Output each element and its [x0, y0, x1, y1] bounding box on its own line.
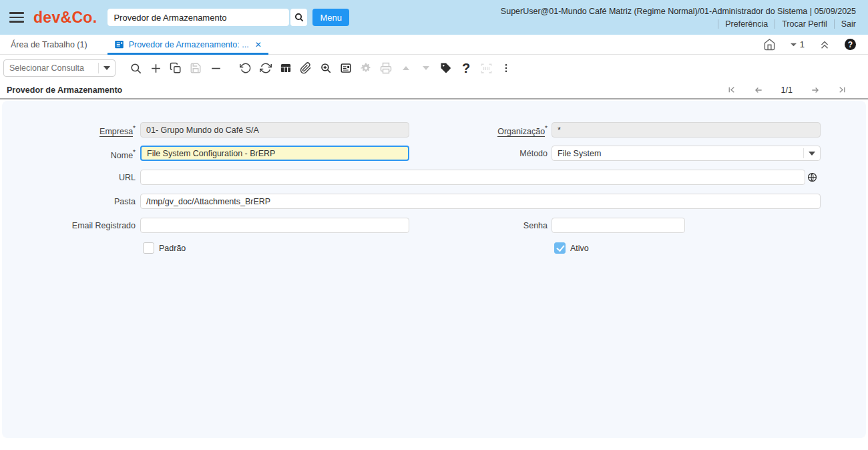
email-registrado-field[interactable] [140, 218, 409, 233]
nome-label: Nome* [2, 149, 136, 160]
undo-button[interactable] [236, 58, 256, 78]
search-icon [130, 62, 142, 75]
home-icon[interactable] [763, 38, 776, 51]
query-dropdown-arrow-icon[interactable] [99, 66, 115, 70]
metodo-value: File System [552, 149, 803, 158]
url-label: URL [2, 173, 136, 182]
save-button [186, 58, 206, 78]
record-navigation: 1/1 [727, 85, 861, 95]
page-title: Provedor de Armazenamento [7, 85, 122, 95]
search-button[interactable] [290, 9, 307, 26]
gear-icon [360, 62, 372, 74]
copy-icon [170, 62, 182, 74]
metodo-combobox[interactable]: File System [552, 146, 821, 161]
globe-icon[interactable] [807, 172, 817, 182]
email-registrado-label: Email Registrado [2, 221, 136, 230]
grid-toggle-button[interactable] [276, 58, 296, 78]
find-record-button[interactable] [126, 58, 146, 78]
barcode-scan-icon [480, 62, 493, 75]
print-button [376, 58, 396, 78]
pasta-label: Pasta [2, 197, 136, 206]
copy-record-button[interactable] [166, 58, 186, 78]
detail-record-button [416, 58, 436, 78]
preferences-link[interactable]: Preferência [718, 19, 775, 29]
search-icon [294, 12, 304, 23]
save-icon [190, 62, 202, 74]
pasta-field[interactable] [140, 194, 821, 209]
delete-record-button[interactable] [206, 58, 226, 78]
logout-link[interactable]: Sair [835, 19, 856, 29]
empresa-field [140, 122, 409, 138]
app-logo: dev&Co. [33, 9, 97, 27]
window-help-button[interactable]: ? [456, 58, 476, 78]
kebab-menu-icon [501, 63, 511, 73]
caret-up-icon [401, 63, 411, 73]
plus-icon [150, 62, 162, 75]
form-panel: Empresa* Organização* Nome* Método File … [2, 101, 866, 438]
scan-barcode-button [476, 58, 496, 78]
zoom-in-icon [320, 62, 332, 74]
url-field[interactable] [140, 170, 805, 185]
grid-icon [280, 62, 292, 74]
record-header: Provedor de Armazenamento 1/1 [0, 81, 868, 99]
tab-label: Provedor de Armazenamento: ... [129, 40, 249, 49]
caret-down-icon [421, 63, 431, 73]
first-record-icon[interactable] [727, 85, 736, 94]
attachment-button[interactable] [296, 58, 316, 78]
chevron-down-icon [790, 42, 797, 47]
next-record-icon[interactable] [811, 85, 820, 95]
tab-bar: Área de Trabalho (1) Provedor de Armazen… [0, 35, 868, 55]
record-pagination: 1/1 [781, 85, 793, 95]
zoom-across-button[interactable] [316, 58, 336, 78]
hamburger-menu-icon[interactable] [9, 12, 24, 23]
window-form-icon [114, 39, 124, 49]
global-search-input[interactable] [107, 9, 289, 26]
menu-button[interactable]: Menu [312, 9, 349, 26]
refresh-button[interactable] [256, 58, 276, 78]
tag-icon [440, 62, 452, 74]
paperclip-icon [300, 62, 312, 74]
organizacao-field [552, 122, 821, 138]
ativo-checkbox-label: Ativo [570, 244, 589, 253]
tab-workspace[interactable]: Área de Trabalho (1) [0, 40, 98, 49]
open-windows-counter[interactable]: 1 [790, 39, 805, 49]
refresh-icon [260, 62, 272, 74]
printer-icon [380, 62, 392, 74]
last-record-icon[interactable] [838, 85, 847, 94]
senha-field[interactable] [552, 218, 685, 233]
session-info: SuperUser@01-Mundo Café Matriz (Regime N… [501, 7, 856, 16]
collapse-header-icon[interactable] [819, 39, 831, 51]
global-search [107, 9, 307, 26]
report-button[interactable] [336, 58, 356, 78]
tab-storage-provider[interactable]: Provedor de Armazenamento: ... ✕ [107, 35, 268, 55]
nome-field[interactable] [140, 146, 409, 161]
customize-button [356, 58, 376, 78]
switch-role-link[interactable]: Trocar Perfil [775, 19, 834, 29]
organizacao-label: Organização* [409, 125, 548, 136]
report-icon [340, 62, 352, 74]
label-button[interactable] [436, 58, 456, 78]
empresa-label: Empresa* [2, 125, 136, 136]
padrao-checkbox-label: Padrão [159, 244, 186, 253]
close-tab-icon[interactable]: ✕ [255, 40, 262, 49]
senha-label: Senha [409, 221, 548, 230]
top-bar: dev&Co. Menu SuperUser@01-Mundo Café Mat… [0, 0, 868, 35]
saved-query-input[interactable] [4, 63, 98, 73]
minus-icon [210, 62, 222, 75]
previous-record-icon[interactable] [754, 85, 763, 95]
ativo-checkbox[interactable] [554, 242, 566, 254]
metodo-dropdown-arrow-icon[interactable] [804, 152, 820, 156]
parent-record-button [396, 58, 416, 78]
padrao-checkbox[interactable] [143, 242, 154, 254]
saved-query-combobox[interactable] [3, 59, 116, 77]
help-icon[interactable]: ? [845, 39, 856, 50]
open-windows-count: 1 [800, 39, 805, 49]
new-record-button[interactable] [146, 58, 166, 78]
question-mark-icon: ? [462, 61, 470, 76]
window-toolbar: ? [0, 55, 868, 81]
undo-icon [240, 62, 252, 74]
metodo-label: Método [409, 149, 548, 158]
more-options-button[interactable] [496, 58, 516, 78]
